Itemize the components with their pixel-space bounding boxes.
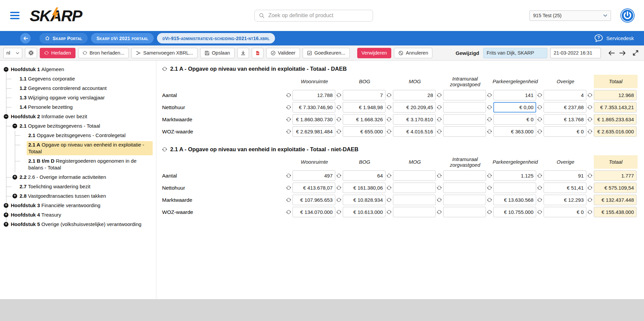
modified-at-field[interactable] — [550, 48, 601, 58]
refresh-cell-icon[interactable] — [537, 210, 542, 215]
refresh-cell-icon[interactable] — [336, 210, 341, 215]
refresh-cell-icon[interactable] — [286, 105, 291, 110]
back-button[interactable] — [20, 33, 31, 43]
pdf-export-button[interactable]: PDF — [252, 48, 264, 58]
refresh-cell-icon[interactable] — [387, 117, 392, 122]
next-arrow-icon[interactable] — [619, 51, 626, 56]
sidebar-item[interactable]: 2.1 B t/m D Registergoederen opgenomen i… — [15, 156, 153, 172]
tree-expand-icon[interactable]: + — [4, 222, 8, 227]
cell-input[interactable] — [343, 114, 386, 125]
cell-input[interactable] — [393, 114, 436, 125]
sidebar-item[interactable]: +Hoofdstuk 4 Treasury — [3, 210, 153, 220]
tab-xbrl-file[interactable]: dVi-915-administratieve-scheiding-2021-n… — [157, 33, 275, 43]
cell-input[interactable] — [343, 207, 386, 217]
search-input[interactable] — [254, 10, 373, 22]
cell-input[interactable] — [443, 170, 486, 181]
cell-input[interactable] — [594, 90, 637, 100]
refresh-cell-icon[interactable] — [336, 129, 341, 134]
refresh-cell-icon[interactable] — [286, 129, 291, 134]
refresh-cell-icon[interactable] — [387, 129, 392, 134]
refresh-cell-icon[interactable] — [487, 129, 492, 134]
tree-expand-icon[interactable]: + — [4, 203, 8, 208]
cell-input[interactable] — [544, 126, 586, 137]
cell-input[interactable] — [544, 90, 586, 100]
refresh-cell-icon[interactable] — [387, 210, 392, 215]
refresh-cell-icon[interactable] — [487, 93, 492, 98]
refresh-cell-icon[interactable] — [537, 117, 542, 122]
servicedesk-button[interactable]: ? Servicedesk — [594, 34, 634, 42]
cell-input[interactable] — [544, 170, 586, 181]
cell-input[interactable] — [293, 126, 335, 137]
refresh-cell-icon[interactable] — [437, 173, 442, 178]
cell-input[interactable] — [443, 102, 486, 113]
settings-button[interactable] — [25, 48, 37, 58]
cell-input[interactable] — [293, 170, 335, 181]
cell-input[interactable] — [493, 114, 536, 125]
refresh-cell-icon[interactable] — [437, 185, 442, 190]
cell-input[interactable] — [493, 102, 536, 113]
download-button[interactable] — [237, 48, 249, 58]
cell-input[interactable] — [443, 207, 486, 217]
refresh-cell-icon[interactable] — [587, 197, 592, 202]
refresh-cell-icon[interactable] — [537, 197, 542, 202]
refresh-cell-icon[interactable] — [336, 185, 341, 190]
opslaan-button[interactable]: Opslaan — [200, 48, 235, 58]
refresh-cell-icon[interactable] — [387, 93, 392, 98]
cell-input[interactable] — [393, 207, 436, 217]
cell-input[interactable] — [594, 207, 637, 217]
refresh-cell-icon[interactable] — [387, 105, 392, 110]
valideer-button[interactable]: Valideer — [266, 48, 300, 58]
refresh-cell-icon[interactable] — [537, 185, 542, 190]
cell-input[interactable] — [293, 195, 335, 205]
cell-input[interactable] — [343, 126, 386, 137]
cell-input[interactable] — [443, 126, 486, 137]
cell-input[interactable] — [443, 195, 486, 205]
refresh-cell-icon[interactable] — [487, 210, 492, 215]
sidebar-item[interactable]: 1.4 Personele bezetting — [6, 102, 153, 112]
cell-input[interactable] — [594, 170, 637, 181]
refresh-cell-icon[interactable] — [336, 105, 341, 110]
organization-select[interactable]: 915 Test (25) — [529, 10, 611, 21]
cell-input[interactable] — [493, 207, 536, 217]
sidebar-item[interactable]: −Hoofdstuk 2 Informatie over bezit — [3, 112, 153, 121]
refresh-cell-icon[interactable] — [537, 129, 542, 134]
refresh-cell-icon[interactable] — [336, 117, 341, 122]
tree-expand-icon[interactable]: + — [4, 213, 8, 217]
refresh-cell-icon[interactable] — [437, 129, 442, 134]
refresh-cell-icon[interactable] — [286, 210, 291, 215]
refresh-cell-icon[interactable] — [437, 210, 442, 215]
refresh-cell-icon[interactable] — [387, 197, 392, 202]
cell-input[interactable] — [544, 183, 586, 193]
refresh-cell-icon[interactable] — [336, 197, 341, 202]
cell-input[interactable] — [393, 90, 436, 100]
refresh-cell-icon[interactable] — [286, 197, 291, 202]
cell-input[interactable] — [594, 102, 637, 113]
refresh-cell-icon[interactable] — [286, 117, 291, 122]
tree-expand-icon[interactable]: + — [12, 194, 17, 198]
tree-collapse-icon[interactable]: − — [4, 114, 8, 119]
refresh-section-icon[interactable] — [162, 147, 167, 152]
cell-input[interactable] — [443, 183, 486, 193]
tree-collapse-icon[interactable]: − — [4, 67, 8, 72]
tree-expand-icon[interactable]: + — [12, 175, 17, 180]
cell-input[interactable] — [544, 114, 586, 125]
modified-by-field[interactable] — [483, 48, 547, 58]
refresh-cell-icon[interactable] — [437, 105, 442, 110]
refresh-cell-icon[interactable] — [487, 197, 492, 202]
hamburger-menu-icon[interactable] — [10, 10, 20, 21]
sidebar-item[interactable]: +2.2 2.6 - Overige informatie activiteit… — [6, 172, 153, 182]
cell-input[interactable] — [393, 102, 436, 113]
sidebar-item[interactable]: 2.1 A Opgave op niveau van eenheid in ex… — [15, 140, 153, 156]
sidebar-item[interactable]: 1.2 Gegevens controlerend accountant — [6, 84, 153, 93]
refresh-cell-icon[interactable] — [487, 173, 492, 178]
cell-input[interactable] — [293, 90, 335, 100]
cell-input[interactable] — [343, 90, 386, 100]
language-select[interactable]: nl — [3, 48, 22, 58]
refresh-cell-icon[interactable] — [487, 117, 492, 122]
cell-input[interactable] — [393, 183, 436, 193]
refresh-cell-icon[interactable] — [286, 93, 291, 98]
refresh-cell-icon[interactable] — [487, 105, 492, 110]
refresh-cell-icon[interactable] — [587, 129, 592, 134]
samenvoegen-xbrl-button[interactable]: Samenvoegen XBRL... — [131, 48, 197, 58]
goedkeuren-button[interactable]: Goedkeuren... — [303, 48, 350, 58]
